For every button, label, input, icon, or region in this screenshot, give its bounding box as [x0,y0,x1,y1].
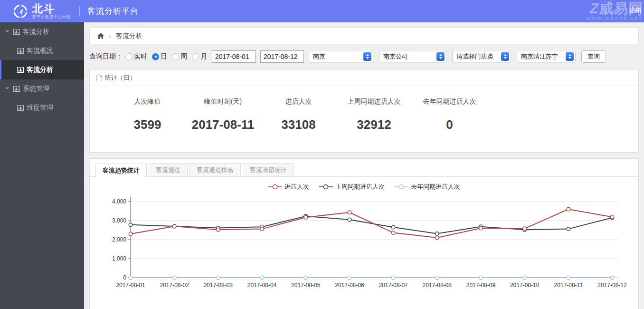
select-stepper-icon[interactable] [436,52,445,61]
sidebar-item-2[interactable]: 客流分析 [0,60,84,79]
date-to-input[interactable] [260,50,304,63]
breadcrumb-separator: › [109,32,111,40]
svg-text:3,000: 3,000 [112,217,126,224]
chart-panel: 客流趋势统计客流通道客流通道排名客流滞留统计 进店人次上周同期进店人次去年同期进… [89,158,639,309]
select-group: 南京南京公司请选择门店类南京清江苏宁 [309,51,581,62]
stat-label: 峰值时刻(天) [185,97,261,106]
legend-item-0[interactable]: 进店人次 [268,183,309,191]
bar-chart-icon [13,86,20,92]
stat-value: 33108 [261,117,336,132]
radio-label: 周 [180,52,187,61]
main-content: › 客流分析 查询日期： 实时日周月 南京南京公司请选择门店类南京清江苏宁 查询… [84,22,644,309]
store-type-select[interactable]: 请选择门店类 [452,51,511,62]
header-divider [79,6,80,17]
date-mode-radio-1[interactable]: 日 [152,52,167,61]
stats-body: 人次峰值3599峰值时刻(天)2017-08-11进店人次33108上周同期进店… [90,86,638,132]
legend-marker-icon [319,184,333,190]
svg-text:2017-08-07: 2017-08-07 [379,282,408,289]
radio-dot[interactable] [172,53,179,60]
company-select[interactable]: 南京公司 [379,51,446,62]
svg-text:2017-08-09: 2017-08-09 [466,282,496,289]
sidebar-item-1[interactable]: 客流概况 [0,41,84,60]
stat-item-2: 进店人次33108 [261,97,336,132]
radio-dot[interactable] [192,53,199,60]
svg-text:2017-08-03: 2017-08-03 [204,282,233,289]
tab-3[interactable]: 客流滞留统计 [243,163,294,176]
stat-label: 人次峰值 [110,97,185,106]
select-value: 南京清江苏宁 [521,52,563,61]
compass-logo-icon [12,3,28,19]
stat-label: 进店人次 [261,97,336,106]
radio-label: 日 [161,52,167,61]
stat-item-0: 人次峰值3599 [110,97,185,132]
chart-legend: 进店人次上周同期进店人次去年同期进店人次 [90,183,638,191]
legend-item-1[interactable]: 上周同期进店人次 [319,183,385,191]
legend-marker-icon [394,184,408,190]
legend-label: 上周同期进店人次 [335,183,385,191]
store-select[interactable]: 南京清江苏宁 [517,51,576,62]
svg-text:2017-08-06: 2017-08-06 [335,282,364,289]
sidebar-item-label: 客流概况 [27,47,53,55]
select-value: 南京公司 [383,52,434,61]
line-chart: 01,0002,0003,0004,0002017-08-012017-08-0… [96,193,638,300]
legend-label: 去年同期进店人次 [411,183,460,191]
stats-panel-header: 统计（日） [90,70,638,86]
svg-text:2017-08-05: 2017-08-05 [291,282,321,289]
stat-value: 3599 [110,117,185,132]
home-icon[interactable] [97,33,104,39]
sidebar-item-0[interactable]: 客流分析 [0,22,84,41]
select-stepper-icon[interactable] [501,52,509,61]
legend-marker-icon [268,184,282,190]
logo-tagline: 苏宁大数据中心出品 [32,15,71,19]
query-button[interactable]: 查询 [581,50,606,63]
tab-1[interactable]: 客流通道 [149,163,188,176]
app-title: 客流分析平台 [87,6,139,17]
chart-tabs: 客流趋势统计客流通道客流通道排名客流滞留统计 [90,159,638,177]
select-stepper-icon[interactable] [363,52,371,61]
logout-link[interactable]: 注销 [629,6,641,15]
svg-text:2017-08-08: 2017-08-08 [423,282,452,289]
radio-label: 月 [200,52,207,61]
sidebar-item-label: 客流分析 [27,66,53,74]
sidebar-item-4[interactable]: 维度管理 [0,98,84,117]
breadcrumb-current: 客流分析 [116,32,142,40]
sidebar-item-3[interactable]: 系统管理 [0,79,84,98]
select-stepper-icon[interactable] [566,52,574,61]
watermark-subtitle: WWW.WESTE.NET [587,16,643,21]
bar-chart-icon [17,105,24,111]
sidebar-item-label: 系统管理 [23,85,49,93]
date-filter-label: 查询日期： [89,52,123,61]
tab-0[interactable]: 客流趋势统计 [95,164,147,177]
stats-panel: 统计（日） 人次峰值3599峰值时刻(天)2017-08-11进店人次33108… [89,70,639,153]
city-select[interactable]: 南京 [309,51,373,62]
chevron-down-icon [5,29,11,35]
stat-value: 0 [412,117,487,132]
svg-text:0: 0 [123,274,126,281]
select-value: 南京 [313,52,360,61]
sidebar-item-label: 客流分析 [23,28,49,36]
date-from-input[interactable] [212,50,256,63]
date-mode-radio-0[interactable]: 实时 [125,52,147,61]
svg-text:2017-08-02: 2017-08-02 [160,282,189,289]
breadcrumb: › 客流分析 [89,28,639,44]
legend-item-2[interactable]: 去年同期进店人次 [394,183,460,191]
svg-text:2017-08-12: 2017-08-12 [597,282,627,289]
date-mode-radio-2[interactable]: 周 [172,52,187,61]
app-header: 北斗 苏宁大数据中心出品 客流分析平台 Z威易网 WWW.WESTE.NET 注… [0,0,644,22]
stat-item-4: 去年同期进店人次0 [412,97,487,132]
filter-row: 查询日期： 实时日周月 南京南京公司请选择门店类南京清江苏宁 查询 [89,49,639,64]
svg-text:1,000: 1,000 [112,255,126,262]
radio-dot[interactable] [152,53,159,60]
app-logo: 北斗 苏宁大数据中心出品 [0,3,71,19]
date-mode-radio-3[interactable]: 月 [192,52,207,61]
legend-label: 进店人次 [284,183,309,191]
sidebar: 客流分析客流概况客流分析系统管理维度管理 [0,22,84,309]
svg-text:4,000: 4,000 [112,198,126,205]
bar-chart-icon [17,48,24,54]
stat-item-3: 上周同期进店人次32912 [336,97,412,132]
radio-dot[interactable] [125,53,133,60]
stat-value: 2017-08-11 [185,117,261,132]
svg-text:2017-08-01: 2017-08-01 [116,282,145,289]
date-mode-radio-group: 实时日周月 [125,52,212,61]
tab-2[interactable]: 客流通道排名 [189,163,241,176]
